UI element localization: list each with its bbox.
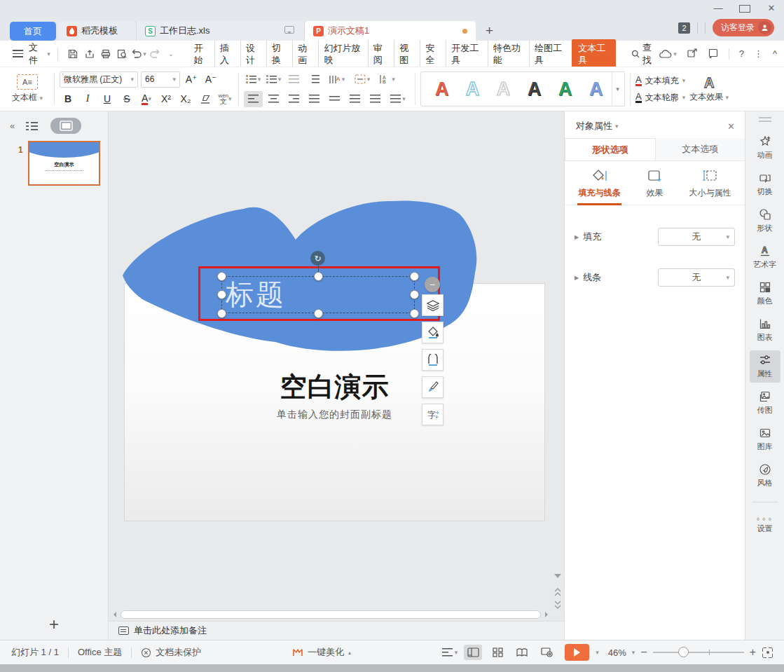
tab-text-options[interactable]: 文本选项 xyxy=(656,138,745,160)
menu-slideshow[interactable]: 幻灯片放映 xyxy=(318,40,367,68)
font-size-select[interactable]: 66▾ xyxy=(141,71,180,88)
fit-to-window-icon[interactable] xyxy=(762,647,773,658)
slide-counter[interactable]: 幻灯片 1 / 1 xyxy=(11,646,59,659)
decrease-indent-button[interactable] xyxy=(284,71,303,88)
sidebar-item-upload-image[interactable]: 传图 xyxy=(750,387,780,419)
menu-review[interactable]: 审阅 xyxy=(368,40,394,68)
notes-bar[interactable]: 单击此处添加备注 xyxy=(109,621,564,640)
cloud-sync-icon[interactable]: ▾ xyxy=(659,49,677,59)
rotate-handle[interactable]: ↻ xyxy=(310,251,325,266)
subtab-fill-line[interactable]: 填充与线条 xyxy=(572,168,627,205)
tab-worklog-xls[interactable]: S 工作日志.xls xyxy=(137,21,305,41)
outline-view-icon[interactable] xyxy=(26,121,38,130)
slide-main-title[interactable]: 空白演示 xyxy=(125,369,544,405)
format-brush-button[interactable] xyxy=(422,376,443,398)
print-button[interactable] xyxy=(97,46,114,62)
zoom-level[interactable]: 46% xyxy=(608,647,626,658)
fill-select[interactable]: 无 ▾ xyxy=(658,228,735,246)
text-outline-button[interactable]: A文本轮廓▾ xyxy=(635,92,685,104)
italic-button[interactable]: I xyxy=(79,91,96,107)
bold-button[interactable]: B xyxy=(60,91,76,107)
justify-button[interactable] xyxy=(305,91,324,107)
sidebar-item-shapes[interactable]: 形状 xyxy=(750,205,780,237)
resize-handle-ne[interactable] xyxy=(410,272,419,281)
sidebar-item-wordart[interactable]: A 艺术字 xyxy=(750,241,780,273)
resize-handle-e[interactable] xyxy=(410,290,419,299)
previous-slide-button[interactable] xyxy=(554,588,561,598)
collapse-ribbon-icon[interactable]: ^ xyxy=(773,48,777,59)
notes-toggle-button[interactable]: ▾ xyxy=(442,648,458,657)
reading-view-button[interactable] xyxy=(513,645,531,660)
resize-handle-w[interactable] xyxy=(217,290,226,299)
align-left-button[interactable] xyxy=(244,91,263,107)
scroll-down-icon[interactable] xyxy=(554,570,561,581)
collapse-floatbar-button[interactable]: − xyxy=(425,277,440,292)
decrease-para-space-button[interactable] xyxy=(366,91,385,107)
tab-shape-options[interactable]: 形状选项 xyxy=(565,138,656,160)
tab-presentation1[interactable]: P 演示文稿1 xyxy=(305,21,476,41)
presenter-view-button[interactable] xyxy=(537,645,556,660)
wordart-style-blue-outline[interactable]: A xyxy=(458,78,488,100)
beautify-button[interactable]: 一键美化 ▴ xyxy=(292,646,351,659)
increase-para-space-button[interactable] xyxy=(345,91,364,107)
sidebar-item-settings[interactable]: ∘∘∘ 设置 xyxy=(750,509,780,542)
play-slideshow-button[interactable] xyxy=(565,644,589,661)
menu-animation[interactable]: 动画 xyxy=(292,40,318,68)
close-icon[interactable]: ✕ xyxy=(766,3,777,15)
subscript-button[interactable]: X₂ xyxy=(177,91,194,107)
close-panel-icon[interactable]: ✕ xyxy=(727,121,735,132)
window-count-badge[interactable]: 2 xyxy=(678,22,690,34)
title-placeholder-text[interactable]: 标题 xyxy=(226,275,286,314)
line-select[interactable]: 无 ▾ xyxy=(658,268,735,287)
wordart-style-white[interactable]: A xyxy=(488,78,518,100)
sidebar-item-charts[interactable]: 图表 xyxy=(750,314,780,346)
font-name-select[interactable]: 微软雅黑 (正文)▾ xyxy=(60,71,138,88)
expand-fill-icon[interactable]: ▶ xyxy=(575,234,579,240)
sidebar-item-style[interactable]: 风格 xyxy=(750,460,780,492)
menu-security[interactable]: 安全 xyxy=(420,40,446,68)
slide-subtitle[interactable]: 单击输入您的封面副标题 xyxy=(125,409,544,421)
grow-font-button[interactable]: A⁺ xyxy=(183,71,200,88)
protection-status[interactable]: 文档未保护 xyxy=(156,646,201,659)
zoom-slider-handle[interactable] xyxy=(678,647,689,657)
play-options-icon[interactable]: ▾ xyxy=(596,649,599,656)
menu-drawing-tools[interactable]: 绘图工具 xyxy=(529,40,570,68)
slide-sorter-view-button[interactable] xyxy=(488,645,507,660)
text-style-button[interactable]: 字 xyxy=(422,404,443,425)
scroll-left-icon[interactable] xyxy=(111,612,116,617)
more-menu-icon[interactable]: ⋮ xyxy=(754,48,763,59)
numbered-list-button[interactable]: ▾ xyxy=(264,71,283,88)
horizontal-scrollbar[interactable] xyxy=(111,609,551,620)
theme-name[interactable]: Office 主题 xyxy=(78,646,122,659)
collapse-panel-icon[interactable]: « xyxy=(10,121,13,131)
subtab-size-properties[interactable]: 大小与属性 xyxy=(682,168,738,205)
menu-devtools[interactable]: 开发工具 xyxy=(446,40,487,68)
expand-line-icon[interactable]: ▶ xyxy=(575,275,579,281)
new-note-icon[interactable] xyxy=(708,48,719,60)
menu-start[interactable]: 开始 xyxy=(189,40,214,68)
share-icon[interactable] xyxy=(687,48,698,60)
scroll-right-icon[interactable] xyxy=(545,612,551,617)
normal-view-button[interactable] xyxy=(464,645,482,660)
sidebar-item-properties[interactable]: 属性 xyxy=(750,350,780,383)
text-fill-button[interactable]: A文本填充▾ xyxy=(635,75,685,87)
print-preview-button[interactable] xyxy=(114,46,130,62)
guest-login-button[interactable]: 访客登录 xyxy=(713,19,774,36)
file-menu[interactable]: 文件 xyxy=(29,41,45,67)
sidebar-item-animation[interactable]: 动画 xyxy=(750,132,780,164)
line-spacing-button[interactable]: ▾ xyxy=(386,91,410,107)
save-button[interactable] xyxy=(65,46,81,62)
tab-docer-template[interactable]: 稻壳模板 xyxy=(58,21,137,41)
wordart-style-blue-hatch[interactable]: A xyxy=(581,78,611,100)
menu-design[interactable]: 设计 xyxy=(240,40,266,68)
rail-grip-icon[interactable] xyxy=(759,117,771,122)
superscript-button[interactable]: X² xyxy=(158,91,174,107)
zoom-in-button[interactable]: + xyxy=(750,646,756,659)
hamburger-icon[interactable] xyxy=(13,50,23,57)
wordart-style-red[interactable]: A xyxy=(427,78,457,100)
text-direction-button[interactable]: A▾ xyxy=(325,71,349,88)
underline-button[interactable]: U xyxy=(99,91,116,107)
distribute-button[interactable] xyxy=(325,91,344,107)
wordart-more-button[interactable]: ▾ xyxy=(612,72,623,106)
resize-handle-s[interactable] xyxy=(314,309,323,318)
